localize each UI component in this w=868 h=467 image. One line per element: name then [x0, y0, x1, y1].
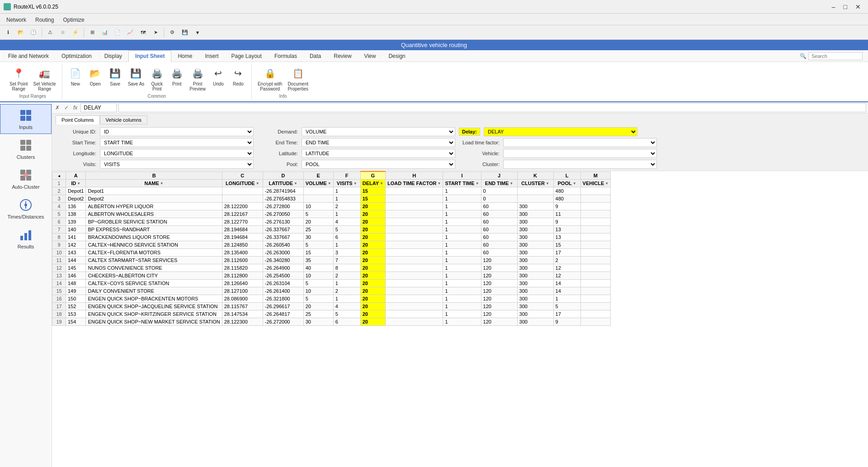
pool-select[interactable]: POOL — [302, 160, 455, 169]
toolbar-down-btn[interactable]: ▼ — [192, 27, 203, 38]
undo-button[interactable]: ↩ Undo — [209, 65, 228, 88]
cell-18-col-6[interactable]: 20 — [360, 310, 385, 318]
cell-16-col-12[interactable] — [580, 295, 611, 303]
minimize-button[interactable]: – — [828, 2, 839, 11]
cell-2-col-3[interactable]: -26.28741964 — [263, 187, 303, 195]
cell-18-col-5[interactable]: 5 — [333, 310, 360, 318]
cell-14-col-10[interactable]: 300 — [517, 280, 553, 287]
cell-14-col-0[interactable]: 148 — [66, 280, 86, 287]
cell-16-col-3[interactable]: -26.321800 — [263, 295, 303, 303]
cell-2-col-5[interactable]: 1 — [333, 187, 360, 195]
toolbar-warning-btn[interactable]: ⚠ — [45, 27, 56, 38]
formula-cancel-btn[interactable]: ✗ — [54, 104, 61, 111]
cell-11-col-0[interactable]: 144 — [66, 257, 86, 264]
formula-cell-name[interactable] — [80, 103, 117, 112]
tab-page-layout[interactable]: Page Layout — [225, 51, 268, 62]
cell-16-col-9[interactable]: 120 — [481, 295, 517, 303]
search-input[interactable] — [808, 52, 863, 60]
cell-1-F[interactable]: VISITS ▼ — [333, 180, 360, 187]
cell-9-col-1[interactable]: CALTEX~HENNICO SERVICE STATION — [86, 241, 222, 249]
cell-7-col-9[interactable]: 60 — [481, 226, 517, 234]
sidebar-item-results[interactable]: Results — [0, 224, 52, 253]
cell-6-col-6[interactable]: 20 — [360, 218, 385, 226]
titlebar-controls[interactable]: – □ ✕ — [828, 2, 864, 11]
cell-13-col-1[interactable]: CHECKERS~ALBERTON CITY — [86, 272, 222, 280]
cell-19-col-9[interactable]: 120 — [481, 318, 517, 326]
cell-16-col-1[interactable]: ENGEN QUICK SHOP~BRACKENTEN MOTORS — [86, 295, 222, 303]
cell-8-col-2[interactable]: 28.194684 — [222, 234, 263, 241]
cell-3-col-12[interactable] — [580, 195, 611, 203]
cell-15-col-2[interactable]: 28.127100 — [222, 287, 263, 295]
cell-3-col-11[interactable]: 480 — [553, 195, 580, 203]
cell-16-col-2[interactable]: 28.086900 — [222, 295, 263, 303]
cell-9-col-9[interactable]: 60 — [481, 241, 517, 249]
cell-13-col-2[interactable]: 28.112800 — [222, 272, 263, 280]
cell-11-col-12[interactable] — [580, 257, 611, 264]
cell-16-col-5[interactable]: 1 — [333, 295, 360, 303]
cell-9-col-7[interactable] — [385, 241, 443, 249]
cell-13-col-0[interactable]: 146 — [66, 272, 86, 280]
toolbar-route-btn[interactable]: 🗺 — [137, 27, 148, 38]
cell-16-col-4[interactable]: 5 — [303, 295, 333, 303]
cell-10-col-6[interactable]: 20 — [360, 249, 385, 257]
cell-18-col-2[interactable]: 28.147534 — [222, 310, 263, 318]
cell-19-col-0[interactable]: 154 — [66, 318, 86, 326]
cell-16-col-6[interactable]: 20 — [360, 295, 385, 303]
cell-19-col-10[interactable]: 300 — [517, 318, 553, 326]
cell-12-col-3[interactable]: -26.264900 — [263, 264, 303, 272]
cell-7-col-4[interactable]: 25 — [303, 226, 333, 234]
cell-10-col-12[interactable] — [580, 249, 611, 257]
cell-6-col-12[interactable] — [580, 218, 611, 226]
cell-1-I[interactable]: START TIME ▼ — [443, 180, 481, 187]
cell-17-col-0[interactable]: 152 — [66, 303, 86, 310]
tab-insert[interactable]: Insert — [198, 51, 225, 62]
cell-4-col-4[interactable]: 10 — [303, 203, 333, 210]
cell-19-col-1[interactable]: ENGEN QUICK SHOP~NEW MARKET SERVICE STAT… — [86, 318, 222, 326]
cell-3-col-2[interactable] — [222, 195, 263, 203]
cell-14-col-1[interactable]: CALTEX~COYS SERVICE STATION — [86, 280, 222, 287]
cell-5-col-10[interactable]: 300 — [517, 210, 553, 218]
new-button[interactable]: 📄 New — [66, 65, 85, 88]
cell-5-col-4[interactable]: 5 — [303, 210, 333, 218]
cell-17-col-3[interactable]: -26.296617 — [263, 303, 303, 310]
cell-8-col-7[interactable] — [385, 234, 443, 241]
cell-17-col-2[interactable]: 28.115767 — [222, 303, 263, 310]
cell-10-col-3[interactable]: -26.263000 — [263, 249, 303, 257]
toolbar-settings-btn[interactable]: ⚙ — [167, 27, 178, 38]
cell-4-col-5[interactable]: 2 — [333, 203, 360, 210]
sidebar-item-autocluster[interactable]: Auto-Cluster — [0, 164, 52, 194]
cell-6-col-7[interactable] — [385, 218, 443, 226]
cell-11-col-5[interactable]: 7 — [333, 257, 360, 264]
cell-4-col-8[interactable]: 1 — [443, 203, 481, 210]
cell-14-col-5[interactable]: 1 — [333, 280, 360, 287]
toolbar-grid-btn[interactable]: ⊞ — [87, 27, 98, 38]
tab-review[interactable]: Review — [327, 51, 358, 62]
cell-17-col-4[interactable]: 20 — [303, 303, 333, 310]
cell-8-col-8[interactable]: 1 — [443, 234, 481, 241]
cell-4-col-7[interactable] — [385, 203, 443, 210]
cell-3-col-5[interactable]: 1 — [333, 195, 360, 203]
cell-12-col-11[interactable]: 12 — [553, 264, 580, 272]
cell-3-col-0[interactable]: Depot2 — [66, 195, 86, 203]
cell-12-col-1[interactable]: NUNOS CONVENIENCE STORE — [86, 264, 222, 272]
cell-8-col-11[interactable]: 13 — [553, 234, 580, 241]
set-point-range-button[interactable]: 📍 Set PointRange — [7, 65, 30, 93]
cell-4-col-1[interactable]: ALBERTON HYPER LIQUOR — [86, 203, 222, 210]
cell-18-col-9[interactable]: 120 — [481, 310, 517, 318]
cell-7-col-0[interactable]: 140 — [66, 226, 86, 234]
cell-12-col-12[interactable] — [580, 264, 611, 272]
cell-12-col-8[interactable]: 1 — [443, 264, 481, 272]
cell-15-col-10[interactable]: 300 — [517, 287, 553, 295]
cell-14-col-8[interactable]: 1 — [443, 280, 481, 287]
cell-8-col-12[interactable] — [580, 234, 611, 241]
cell-13-col-8[interactable]: 1 — [443, 272, 481, 280]
cell-2-col-9[interactable]: 0 — [481, 187, 517, 195]
cell-17-col-10[interactable]: 300 — [517, 303, 553, 310]
cell-13-col-5[interactable]: 2 — [333, 272, 360, 280]
toolbar-page-btn[interactable]: 📄 — [112, 27, 123, 38]
cell-3-col-6[interactable]: 15 — [360, 195, 385, 203]
cell-6-col-8[interactable]: 1 — [443, 218, 481, 226]
quick-print-button[interactable]: 🖨️ QuickPrint — [147, 65, 166, 93]
cell-13-col-9[interactable]: 120 — [481, 272, 517, 280]
maximize-button[interactable]: □ — [840, 2, 851, 11]
